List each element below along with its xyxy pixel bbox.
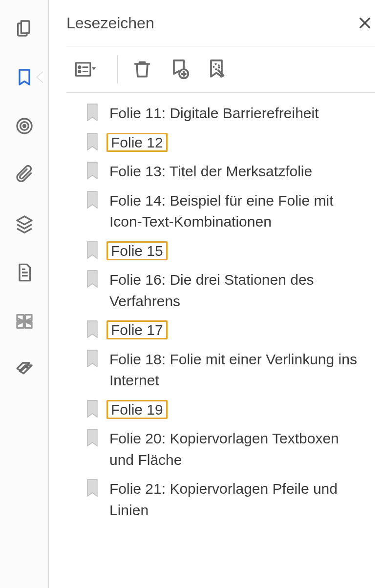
- bookmark-icon: [84, 161, 101, 180]
- bookmark-label: Folie 20: Kopiervorlagen Textboxen und F…: [109, 427, 359, 470]
- bookmarks-toolbar: [66, 46, 375, 93]
- bookmark-label: Folie 21: Kopiervorlagen Pfeile und Lini…: [109, 477, 359, 521]
- locate-bookmark-button[interactable]: [204, 57, 229, 82]
- bookmark-label: Folie 11: Digitale Barrierefreiheit: [109, 102, 319, 124]
- panel-title: Lesezeichen: [66, 14, 154, 32]
- grid-tab[interactable]: [13, 310, 36, 333]
- bookmark-icon: [84, 103, 101, 122]
- bookmark-label: Folie 17: [109, 318, 168, 341]
- bookmark-item[interactable]: Folie 12: [84, 131, 375, 153]
- bookmark-label: Folie 16: Die drei Stationen des Verfahr…: [109, 268, 359, 312]
- svg-point-7: [26, 366, 27, 368]
- close-button[interactable]: [355, 13, 375, 33]
- svg-point-12: [214, 64, 219, 69]
- view-options-button[interactable]: [66, 57, 106, 82]
- bookmark-label: Folie 12: [109, 131, 168, 153]
- add-bookmark-button[interactable]: [167, 57, 192, 82]
- bookmark-item[interactable]: Folie 14: Beispiel für eine Folie mit Ic…: [84, 189, 375, 232]
- bookmark-icon: [84, 478, 101, 498]
- bookmark-label: Folie 13: Titel der Merksatzfolie: [109, 160, 312, 182]
- svg-point-9: [79, 66, 81, 68]
- bookmark-label: Folie 19: [109, 398, 168, 420]
- delete-bookmark-button[interactable]: [129, 57, 155, 82]
- bookmark-label: Folie 14: Beispiel für eine Folie mit Ic…: [109, 189, 359, 232]
- bookmark-icon: [84, 190, 101, 210]
- bookmark-icon: [84, 240, 101, 260]
- bookmark-icon: [84, 349, 101, 368]
- bookmark-item[interactable]: Folie 11: Digitale Barrierefreiheit: [84, 102, 375, 124]
- toolbar-divider: [117, 55, 118, 84]
- target-tab[interactable]: [13, 114, 36, 138]
- layers-tab[interactable]: [13, 212, 36, 235]
- svg-point-10: [79, 70, 81, 72]
- attachments-tab[interactable]: [13, 163, 36, 187]
- bookmark-item[interactable]: Folie 15: [84, 239, 375, 262]
- document-tab[interactable]: [13, 261, 36, 284]
- bookmark-item[interactable]: Folie 17: [84, 318, 375, 341]
- bookmark-item[interactable]: Folie 21: Kopiervorlagen Pfeile und Lini…: [84, 477, 375, 521]
- bookmark-icon: [84, 319, 101, 339]
- bookmark-label: Folie 18: Folie mit einer Verlinkung ins…: [109, 348, 359, 391]
- bookmarks-tab[interactable]: [13, 65, 36, 89]
- svg-rect-8: [76, 63, 90, 76]
- bookmark-item[interactable]: Folie 20: Kopiervorlagen Textboxen und F…: [84, 427, 375, 470]
- panel-header: Lesezeichen: [66, 13, 375, 46]
- bookmark-item[interactable]: Folie 18: Folie mit einer Verlinkung ins…: [84, 348, 375, 391]
- navigation-rail: [0, 0, 49, 588]
- bookmark-icon: [84, 428, 101, 447]
- bookmark-label: Folie 15: [109, 239, 168, 262]
- bookmark-item[interactable]: Folie 16: Die drei Stationen des Verfahr…: [84, 268, 375, 312]
- thumbnails-tab[interactable]: [13, 17, 36, 40]
- bookmark-icon: [84, 399, 101, 419]
- svg-point-2: [23, 125, 25, 127]
- bookmark-icon: [84, 132, 101, 151]
- tags-tab[interactable]: [13, 358, 36, 382]
- bookmark-item[interactable]: Folie 13: Titel der Merksatzfolie: [84, 160, 375, 182]
- bookmark-list: Folie 11: Digitale BarrierefreiheitFolie…: [66, 93, 375, 521]
- bookmark-item[interactable]: Folie 19: [84, 398, 375, 420]
- bookmark-icon: [84, 269, 101, 289]
- bookmarks-panel: Lesezeichen: [49, 0, 382, 588]
